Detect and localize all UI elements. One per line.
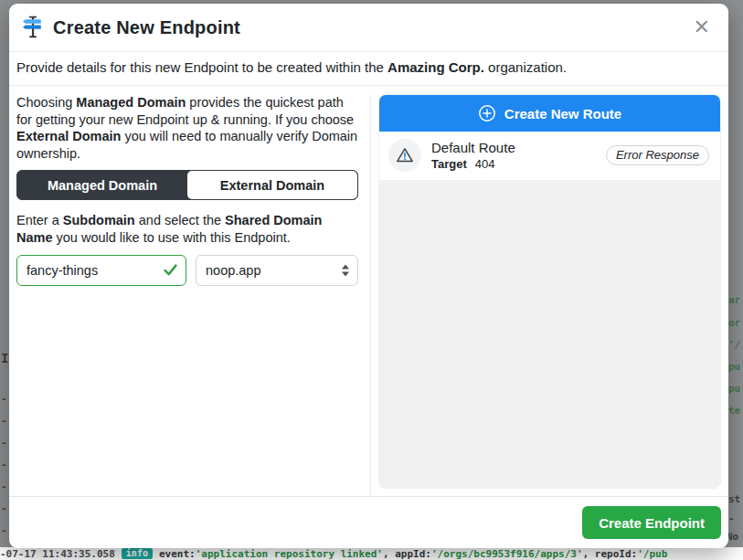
- plus-circle-icon: [478, 104, 496, 122]
- terminal-text-fragment: -: [1, 524, 7, 536]
- log-timestamp: -07-17 11:43:35.058: [0, 548, 115, 560]
- subdomain-input-wrap: [16, 255, 186, 286]
- terminal-text-fragment: te: [728, 405, 740, 417]
- shared-domain-select[interactable]: noop.app: [196, 255, 358, 286]
- terminal-text-fragment: -: [1, 459, 7, 470]
- shared-domain-select-wrap: noop.app: [196, 255, 358, 286]
- create-endpoint-button[interactable]: Create Endpoint: [582, 506, 721, 539]
- terminal-text-fragment: I: [1, 351, 8, 365]
- terminal-text-fragment: '/: [728, 339, 740, 351]
- log-token: '/pub: [637, 548, 667, 560]
- subdomain-input[interactable]: [16, 255, 186, 286]
- log-token: , appId:: [383, 548, 431, 560]
- tab-external-domain[interactable]: External Domain: [187, 171, 357, 199]
- intro-text: organization.: [484, 59, 567, 75]
- terminal-text-fragment: ar: [728, 294, 740, 306]
- log-token: 'application repository linked': [196, 548, 383, 560]
- terminal-text-fragment: -: [1, 481, 7, 492]
- route-target: Target404: [431, 157, 515, 171]
- log-token: , repoId:: [583, 548, 638, 560]
- valid-check-icon: [163, 262, 178, 278]
- terminal-text-fragment: -: [1, 437, 7, 449]
- route-warning-icon-circle: [388, 139, 421, 172]
- close-button[interactable]: ✕: [690, 16, 714, 39]
- domain-type-tabs: Managed Domain External Domain: [16, 170, 358, 200]
- terminal-text-fragment: -: [728, 512, 735, 524]
- subdomain-help-text: Enter a Subdomain and select the Shared …: [16, 212, 358, 246]
- terminal-text-fragment: -: [1, 415, 7, 427]
- terminal-text-fragment: -: [1, 393, 7, 405]
- route-name: Default Route: [431, 140, 515, 155]
- route-target-label: Target: [431, 157, 467, 171]
- create-new-route-button[interactable]: Create New Route: [379, 95, 720, 132]
- endpoint-signpost-icon: [20, 15, 46, 40]
- modal-header: Create New Endpoint ✕: [9, 4, 728, 52]
- subdomain-field-row: noop.app: [16, 255, 358, 286]
- terminal-text-fragment: st: [728, 493, 740, 505]
- modal-footer: Create Endpoint: [9, 496, 728, 548]
- log-token: '/orgs/bc9953f916/apps/3': [431, 548, 583, 560]
- log-token: event:: [159, 548, 196, 560]
- org-name: Amazing Corp.: [387, 59, 484, 75]
- domain-config-panel: Choosing Managed Domain provides the qui…: [16, 94, 371, 496]
- route-type-badge: Error Response: [606, 145, 709, 165]
- terminal-text-fragment: pu: [728, 361, 740, 373]
- modal-intro: Provide details for this new Endpoint to…: [9, 52, 728, 86]
- warning-triangle-icon: [395, 145, 415, 165]
- log-level-badge: info: [122, 548, 153, 559]
- intro-text: Provide details for this new Endpoint to…: [16, 59, 387, 75]
- terminal-log-line: -07-17 11:43:35.058 info event: 'applica…: [0, 547, 743, 560]
- terminal-text-fragment: -: [1, 502, 7, 514]
- modal-body: Choosing Managed Domain provides the qui…: [9, 86, 728, 496]
- modal-title: Create New Endpoint: [53, 17, 240, 38]
- create-new-route-label: Create New Route: [504, 106, 621, 122]
- routes-empty-area: [379, 180, 720, 488]
- terminal-text-fragment: or: [728, 317, 740, 329]
- routes-panel: Create New Route Default Route Target404: [378, 94, 721, 489]
- terminal-text-fragment: pu: [728, 383, 740, 395]
- route-row-default[interactable]: Default Route Target404 Error Response: [379, 132, 720, 180]
- tab-managed-domain[interactable]: Managed Domain: [17, 171, 187, 199]
- domain-help-text: Choosing Managed Domain provides the qui…: [16, 94, 358, 162]
- route-target-value: 404: [475, 157, 495, 171]
- create-endpoint-modal: Create New Endpoint ✕ Provide details fo…: [9, 4, 728, 548]
- route-texts: Default Route Target404: [431, 140, 515, 171]
